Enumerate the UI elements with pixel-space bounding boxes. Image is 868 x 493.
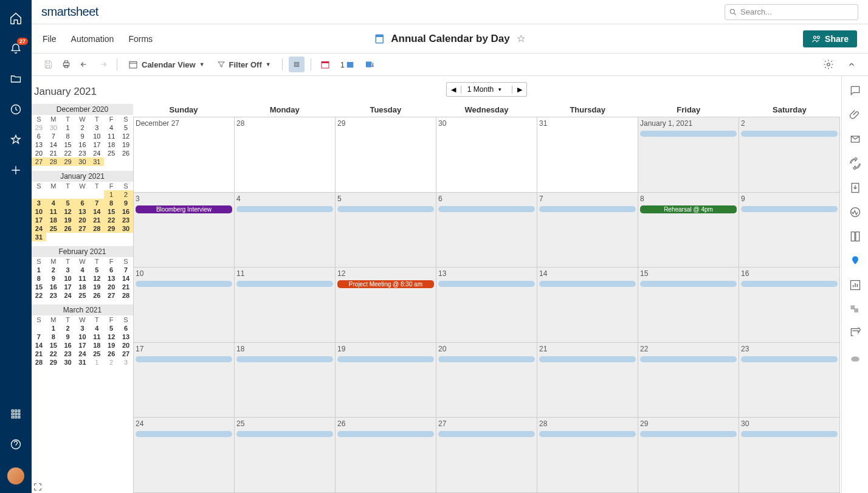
calendar-day[interactable]: 29	[638, 418, 739, 493]
mini-day[interactable]: 7	[89, 199, 104, 207]
mini-day[interactable]: 4	[46, 199, 61, 207]
range-selector[interactable]: 1 Month▼	[461, 85, 512, 94]
mini-day[interactable]: 17	[61, 283, 75, 291]
mini-day[interactable]: 3	[75, 324, 90, 333]
bar-chart-icon[interactable]	[849, 279, 861, 291]
mini-day[interactable]: 2	[75, 123, 90, 132]
calendar-day[interactable]: 16	[739, 267, 840, 343]
event-bar[interactable]	[539, 281, 636, 287]
mini-day[interactable]: 21	[89, 216, 104, 224]
mini-day[interactable]: 8	[61, 132, 75, 140]
mini-day[interactable]: 27	[75, 224, 90, 233]
mini-day[interactable]: 11	[104, 132, 119, 140]
connector-icon[interactable]	[849, 352, 861, 364]
mini-day[interactable]: 9	[75, 132, 90, 140]
mini-day[interactable]: 18	[75, 283, 90, 291]
mini-day[interactable]: 16	[119, 207, 133, 216]
pivot-icon[interactable]	[849, 328, 861, 340]
mini-day[interactable]: 27	[104, 291, 119, 300]
event-bar[interactable]	[438, 281, 535, 287]
calendar-day[interactable]: 30	[436, 117, 537, 193]
mini-day[interactable]: 9	[46, 274, 61, 283]
mini-day[interactable]: 7	[46, 132, 61, 140]
mini-day[interactable]: 14	[32, 341, 46, 350]
event-bar[interactable]	[236, 206, 333, 212]
mini-day[interactable]: 23	[119, 216, 133, 224]
event-bar[interactable]	[236, 356, 333, 362]
calendar-day[interactable]: 3Bloomberg Interview	[134, 193, 235, 268]
calendar-day[interactable]: 26	[336, 418, 436, 493]
one-month-icon[interactable]: 1	[336, 58, 359, 71]
mini-day[interactable]: 22	[104, 216, 119, 224]
mini-day[interactable]: 23	[75, 149, 90, 157]
mini-day[interactable]: 17	[89, 140, 104, 149]
mini-day[interactable]: 5	[104, 324, 119, 333]
mini-day[interactable]: 12	[119, 132, 133, 140]
mini-day[interactable]: 6	[75, 199, 90, 207]
apps-icon[interactable]	[9, 407, 23, 421]
menu-automation[interactable]: Automation	[71, 34, 114, 44]
calendar-day[interactable]: 28	[537, 418, 638, 493]
event-bar[interactable]	[741, 356, 838, 362]
calendar-day[interactable]: 28	[235, 117, 336, 193]
grid-layout-icon[interactable]	[289, 57, 305, 72]
mini-day[interactable]: 1	[46, 324, 61, 333]
mini-day[interactable]: 16	[75, 140, 90, 149]
mini-day[interactable]: 10	[61, 274, 75, 283]
mini-day[interactable]: 15	[46, 341, 61, 350]
mini-day[interactable]: 8	[46, 333, 61, 341]
mini-day[interactable]: 14	[89, 207, 104, 216]
mini-day[interactable]: 17	[75, 341, 90, 350]
calendar-day[interactable]: 5	[336, 193, 436, 268]
print-icon[interactable]	[58, 57, 74, 72]
calendar-day[interactable]: 4	[235, 193, 336, 268]
event-bar[interactable]	[741, 206, 838, 212]
prev-button[interactable]: ◀	[447, 86, 461, 94]
attachments-icon[interactable]	[849, 109, 861, 121]
mini-day[interactable]: 28	[119, 291, 133, 300]
event-bar[interactable]	[741, 431, 838, 437]
proof-icon[interactable]	[849, 133, 861, 145]
calendar-day[interactable]: December 27	[134, 117, 235, 193]
mini-day[interactable]: 19	[104, 341, 119, 350]
mini-day[interactable]: 29	[104, 224, 119, 233]
mini-day[interactable]: 6	[32, 132, 46, 140]
event-bar[interactable]	[640, 281, 737, 287]
update-requests-icon[interactable]	[849, 157, 861, 170]
mini-day[interactable]: 2	[61, 324, 75, 333]
calendar-day[interactable]: 19	[336, 343, 436, 418]
mini-day[interactable]: 16	[61, 341, 75, 350]
event-bar[interactable]	[438, 431, 535, 437]
mini-day[interactable]: 22	[32, 291, 46, 300]
mini-day[interactable]: 25	[104, 149, 119, 157]
star-icon[interactable]	[516, 34, 526, 44]
calendar-day[interactable]: 22	[638, 343, 739, 418]
event-bar[interactable]	[539, 356, 636, 362]
calendar-day[interactable]: 29	[336, 117, 436, 193]
mini-day[interactable]: 3	[61, 266, 75, 274]
calendar-day[interactable]: 6	[436, 193, 537, 268]
calendar-day[interactable]: 17	[134, 343, 235, 418]
event-bar[interactable]	[741, 131, 838, 137]
redo-icon[interactable]	[95, 57, 111, 72]
calendar-day[interactable]: 30	[739, 418, 840, 493]
mini-day[interactable]: 18	[46, 216, 61, 224]
event-bar[interactable]	[640, 356, 737, 362]
calendar-day[interactable]: 10	[134, 267, 235, 343]
undo-icon[interactable]	[77, 57, 92, 72]
mini-day[interactable]: 11	[75, 274, 90, 283]
mini-day[interactable]: 5	[89, 266, 104, 274]
calendar-day[interactable]: 21	[537, 343, 638, 418]
add-icon[interactable]	[9, 163, 23, 178]
mini-day[interactable]: 31	[89, 157, 104, 166]
mini-day[interactable]: 12	[61, 207, 75, 216]
event-bar[interactable]	[337, 206, 434, 212]
mini-day[interactable]: 1	[61, 123, 75, 132]
event[interactable]: Bloomberg Interview	[136, 205, 232, 213]
event-bar[interactable]	[337, 356, 434, 362]
mini-day[interactable]: 31	[32, 233, 46, 241]
mini-day[interactable]: 20	[75, 216, 90, 224]
calendar-day[interactable]: 15	[638, 267, 739, 343]
calendar-day[interactable]: 14	[537, 267, 638, 343]
menu-file[interactable]: File	[43, 34, 57, 44]
